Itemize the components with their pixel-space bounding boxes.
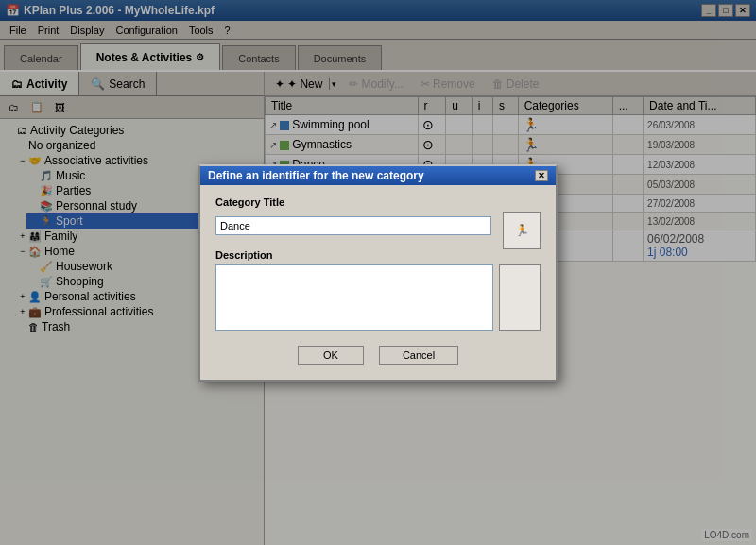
category-title-row: 🏃 [215, 212, 541, 249]
modal-close-button[interactable]: ✕ [535, 170, 548, 181]
description-row [215, 264, 541, 331]
category-icon-picker[interactable]: 🏃 [503, 212, 541, 249]
ok-button[interactable]: OK [298, 346, 364, 365]
cancel-button[interactable]: Cancel [379, 346, 458, 365]
modal-buttons: OK Cancel [215, 340, 541, 368]
category-title-label: Category Title [215, 196, 541, 208]
category-title-input[interactable] [215, 216, 491, 235]
description-icon-box[interactable] [499, 264, 541, 331]
modal-overlay: Define an identifier for the new categor… [0, 0, 756, 545]
modal-title-bar: Define an identifier for the new categor… [200, 166, 556, 185]
description-label: Description [215, 249, 541, 261]
modal-define-identifier: Define an identifier for the new categor… [198, 164, 558, 382]
description-input[interactable] [215, 264, 493, 331]
category-icon-symbol: 🏃 [515, 224, 529, 237]
modal-title: Define an identifier for the new categor… [208, 169, 424, 182]
modal-body: Category Title 🏃 Description OK Cancel [200, 185, 556, 380]
